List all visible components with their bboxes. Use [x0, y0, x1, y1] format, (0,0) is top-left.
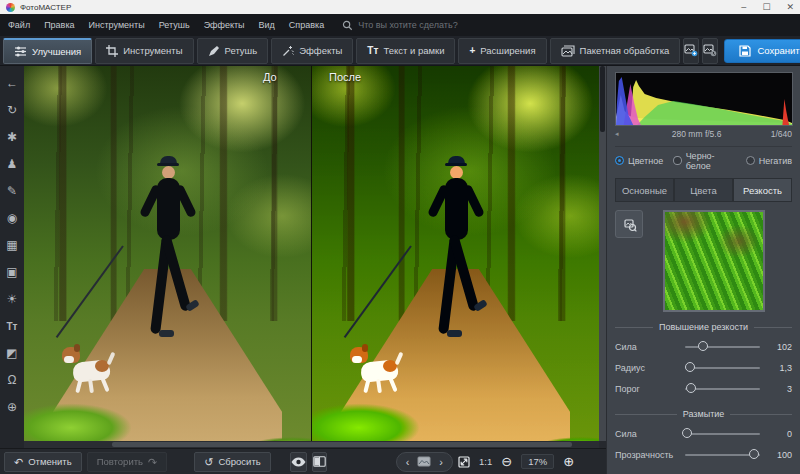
slider-strength: Сила 102: [615, 336, 792, 357]
menu-tools[interactable]: Инструменты: [89, 20, 145, 30]
slider-radius-track[interactable]: [685, 367, 760, 369]
photo-clock-icon: [703, 44, 717, 57]
menu-edit[interactable]: Правка: [44, 20, 74, 30]
folder-thumbnail-icon[interactable]: [417, 456, 431, 467]
heal-icon[interactable]: ✱: [1, 124, 23, 150]
vertical-scrollbar-thumb[interactable]: [600, 66, 605, 132]
slider-threshold-track[interactable]: [685, 388, 760, 390]
radio-color[interactable]: [615, 156, 624, 165]
back-icon[interactable]: ←: [1, 70, 23, 96]
runner-cap: [160, 156, 177, 165]
menu-file[interactable]: Файл: [8, 20, 30, 30]
sharpen-preview-thumbnail[interactable]: [663, 210, 765, 312]
slider-blur-strength-thumb[interactable]: [682, 428, 692, 438]
show-original-button[interactable]: [290, 452, 307, 472]
tab-extensions[interactable]: + Расширения: [458, 38, 546, 64]
slider-threshold-thumb[interactable]: [686, 383, 696, 393]
main-toolbar: Улучшения Инструменты Ретушь Эффекты Tт …: [0, 36, 800, 66]
mode-negative-label: Негатив: [759, 156, 792, 166]
slider-blur-strength: Сила 0: [615, 423, 792, 444]
brush-tool-icon[interactable]: ✎: [1, 178, 23, 204]
photo-stack-icon: [561, 45, 575, 57]
compare-view-button[interactable]: [312, 452, 327, 472]
slider-threshold-label: Порог: [615, 384, 679, 394]
crop-icon: [106, 45, 118, 57]
batch-processing-button[interactable]: Пакетная обработка: [550, 38, 681, 64]
radial-filter-icon[interactable]: ⊕: [1, 394, 23, 420]
blur-header: Размытие: [615, 405, 792, 423]
slider-threshold-value: 3: [766, 384, 792, 394]
slider-opacity-value: 100: [766, 450, 792, 460]
slider-opacity-thumb[interactable]: [749, 449, 759, 459]
shutter-info: 1/640: [771, 129, 792, 139]
brightness-icon[interactable]: ☀: [1, 286, 23, 312]
menu-help[interactable]: Справка: [289, 20, 324, 30]
close-button[interactable]: ✕: [786, 1, 794, 13]
runner-cap: [448, 156, 465, 165]
tab-effects-label: Эффекты: [299, 45, 342, 56]
text-tool-icon[interactable]: Tт: [1, 313, 23, 339]
tab-retouch[interactable]: Ретушь: [197, 38, 269, 64]
search-input[interactable]: [358, 20, 508, 30]
mode-bw[interactable]: Черно-белое: [673, 151, 736, 171]
before-after-icon: [313, 456, 326, 467]
photo-compare-view: [24, 66, 599, 441]
mode-negative[interactable]: Негатив: [746, 156, 792, 166]
canvas: До После: [24, 66, 606, 448]
horizontal-scrollbar-thumb[interactable]: [112, 442, 572, 447]
photo-add-button[interactable]: [683, 38, 699, 64]
tab-enhancements[interactable]: Улучшения: [3, 38, 92, 64]
prev-photo-button[interactable]: ‹: [406, 456, 410, 468]
batch-processing-label: Пакетная обработка: [580, 45, 670, 56]
main-area: ← ↻ ✱ ♟ ✎ ◉ ▦ ▣ ☀ Tт ◩ Ω ⊕: [0, 66, 606, 448]
app-title: ФотоМАСТЕР: [20, 3, 71, 12]
redo-button[interactable]: Повторить ↷: [87, 452, 168, 472]
red-eye-icon[interactable]: ◉: [1, 205, 23, 231]
slider-opacity-track[interactable]: [685, 454, 760, 456]
tab-tools[interactable]: Инструменты: [95, 38, 193, 64]
radio-bw[interactable]: [673, 156, 681, 165]
mode-color-label: Цветное: [628, 156, 663, 166]
zoom-in-button[interactable]: ⊕: [563, 454, 574, 469]
slider-radius-value: 1,3: [766, 363, 792, 373]
photo-history-button[interactable]: [702, 38, 718, 64]
gradient-filter-icon[interactable]: ◩: [1, 340, 23, 366]
maximize-button[interactable]: ☐: [762, 1, 770, 13]
menu-view[interactable]: Вид: [259, 20, 275, 30]
slider-strength-thumb[interactable]: [698, 341, 708, 351]
vignette-icon[interactable]: ▣: [1, 259, 23, 285]
undo-button[interactable]: ↶ Отменить: [4, 452, 82, 472]
mode-color[interactable]: Цветное: [615, 156, 663, 166]
slider-blur-strength-track[interactable]: [685, 433, 760, 435]
menu-effects[interactable]: Эффекты: [204, 20, 245, 30]
vertical-scrollbar[interactable]: [599, 66, 606, 441]
rotate-icon[interactable]: ↻: [1, 97, 23, 123]
fit-screen-button[interactable]: [458, 456, 470, 468]
menu-retouch[interactable]: Ретушь: [159, 20, 190, 30]
slider-radius-thumb[interactable]: [685, 362, 695, 372]
save-button[interactable]: Сохранить: [724, 39, 800, 63]
slider-strength-track[interactable]: [685, 346, 760, 348]
tab-enhancements-label: Улучшения: [32, 46, 81, 57]
reset-button[interactable]: ↺ Сбросить: [194, 452, 270, 472]
actual-size-button[interactable]: 1:1: [479, 456, 492, 467]
tab-text-frames[interactable]: Tт Текст и рамки: [356, 38, 455, 64]
dog-leg: [376, 379, 382, 393]
dog-figure: [349, 346, 411, 396]
tab-sharpness[interactable]: Резкость: [733, 178, 792, 201]
curves-icon[interactable]: Ω: [1, 367, 23, 393]
zoom-out-button[interactable]: ⊖: [501, 454, 512, 469]
preview-zoom-button[interactable]: [615, 210, 643, 238]
tab-colors[interactable]: Цвета: [674, 178, 733, 201]
stamp-icon[interactable]: ♟: [1, 151, 23, 177]
mosaic-icon[interactable]: ▦: [1, 232, 23, 258]
tab-tools-label: Инструменты: [123, 45, 182, 56]
next-photo-button[interactable]: ›: [439, 456, 443, 468]
photo-after-scene: [312, 66, 599, 441]
tab-basic[interactable]: Основные: [615, 178, 674, 201]
tab-effects[interactable]: Эффекты: [271, 38, 353, 64]
radio-negative[interactable]: [746, 156, 755, 165]
horizontal-scrollbar[interactable]: [24, 441, 599, 448]
minimize-button[interactable]: –: [741, 1, 746, 13]
zoom-level[interactable]: 17%: [521, 454, 554, 469]
